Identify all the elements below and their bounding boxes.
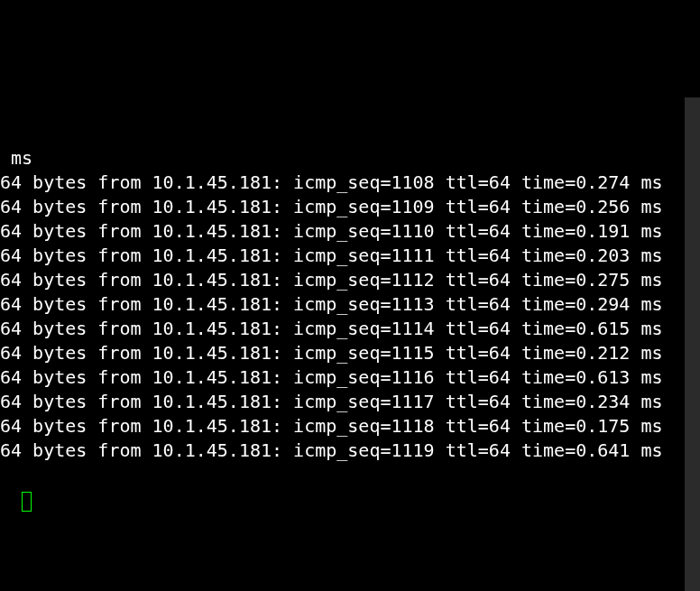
ping-wrap-fragment: ms: [0, 146, 683, 171]
ping-response-line: 64 bytes from 10.1.45.181: icmp_seq=1114…: [0, 317, 683, 341]
ping-response-line: 64 bytes from 10.1.45.181: icmp_seq=1108…: [0, 171, 683, 195]
ping-response-line: 64 bytes from 10.1.45.181: icmp_seq=1113…: [0, 292, 683, 317]
ping-response-line: 64 bytes from 10.1.45.181: icmp_seq=1117…: [0, 390, 683, 414]
ping-response-line: 64 bytes from 10.1.45.181: icmp_seq=1111…: [0, 244, 683, 268]
scrollbar-track[interactable]: [685, 97, 700, 591]
terminal-cursor: [22, 492, 32, 512]
ping-response-line: 64 bytes from 10.1.45.181: icmp_seq=1118…: [0, 414, 683, 439]
ping-response-line: 64 bytes from 10.1.45.181: icmp_seq=1109…: [0, 195, 683, 219]
ping-response-line: 64 bytes from 10.1.45.181: icmp_seq=1110…: [0, 219, 683, 244]
terminal-window[interactable]: ms64 bytes from 10.1.45.181: icmp_seq=11…: [0, 97, 700, 591]
ping-response-line: 64 bytes from 10.1.45.181: icmp_seq=1119…: [0, 439, 683, 463]
ping-response-line: 64 bytes from 10.1.45.181: icmp_seq=1115…: [0, 341, 683, 365]
ping-response-line: 64 bytes from 10.1.45.181: icmp_seq=1116…: [0, 365, 683, 390]
terminal-output: ms64 bytes from 10.1.45.181: icmp_seq=11…: [0, 146, 683, 463]
ping-response-line: 64 bytes from 10.1.45.181: icmp_seq=1112…: [0, 268, 683, 292]
